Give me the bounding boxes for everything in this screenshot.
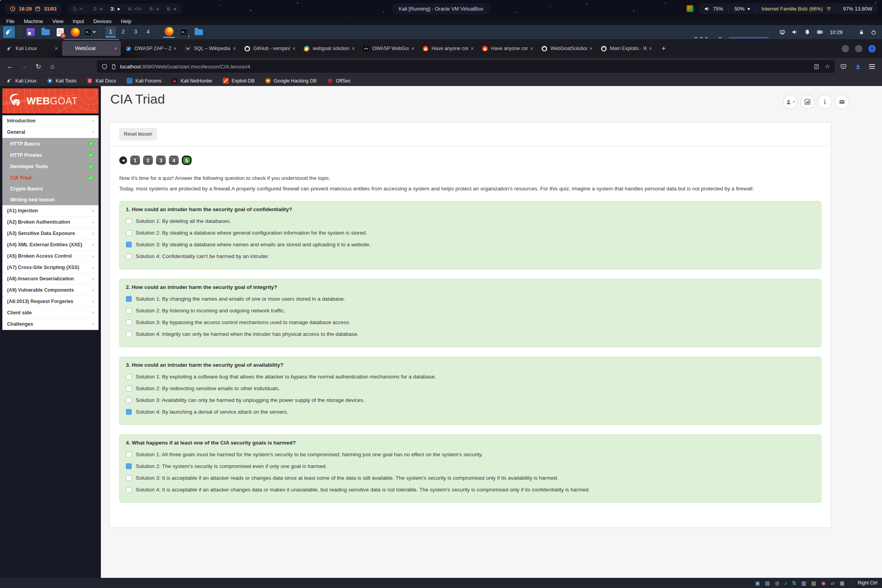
tab-close-icon[interactable]: × [114, 45, 117, 52]
vm-keyboard-icon[interactable]: ▦ [840, 581, 844, 586]
answer-checkbox[interactable] [126, 253, 132, 259]
bookmark-item-exploit-db[interactable]: Exploit-DB [222, 78, 255, 84]
sidebar-item-a3-sensitive-data-exposure[interactable]: (A3) Sensitive Data Exposure› [2, 228, 99, 239]
guest-workspace-4[interactable]: 4 [143, 27, 153, 38]
host-night-light[interactable]: 50% ● [735, 6, 750, 12]
browser-tab[interactable]: Kali Linux× [3, 41, 61, 56]
app-launcher-window[interactable] [25, 26, 36, 38]
answer-checkbox[interactable] [126, 308, 132, 314]
browser-tab[interactable]: Main Exploits · WebG× [597, 41, 656, 56]
browser-tab[interactable]: OWASP WebGoat: G× [359, 41, 418, 56]
tab-close-icon[interactable]: × [352, 45, 355, 52]
close-window-button[interactable]: × [868, 45, 876, 52]
browser-tab[interactable]: GitHub - vernjan/we× [240, 41, 299, 56]
sidebar-item-a8-2013-request-forgeries[interactable]: (A8:2013) Request Forgeries› [2, 296, 99, 307]
answer-checkbox[interactable] [126, 242, 132, 247]
host-workspace-1[interactable]: 1:>_ [73, 6, 85, 12]
tab-close-icon[interactable]: × [292, 45, 296, 52]
bookmark-item-kali-docs[interactable]: Kali Docs [86, 78, 116, 84]
file-manager-running-window[interactable] [193, 26, 204, 38]
answer-checkbox[interactable] [126, 487, 132, 493]
sidebar-item-a5-broken-access-control[interactable]: (A5) Broken Access Control› [2, 251, 99, 262]
tab-close-icon[interactable]: × [530, 45, 533, 52]
vm-usb-icon[interactable]: ▥ [801, 581, 806, 586]
site-info-page-icon[interactable] [111, 64, 117, 70]
lesson-page-button-4[interactable]: 4 [169, 156, 179, 165]
answer-checkbox[interactable] [126, 409, 132, 415]
browser-tab[interactable]: WebGoat× [62, 41, 121, 56]
kali-menu-button[interactable] [3, 26, 15, 38]
answer-checkbox[interactable] [126, 296, 132, 302]
tab-close-icon[interactable]: × [471, 45, 474, 52]
browser-tab[interactable]: WebGoatSolutions/S× [538, 41, 596, 56]
webgoat-logo[interactable]: WEBGOAT [2, 88, 99, 113]
answer-checkbox[interactable] [126, 319, 132, 325]
answer-checkbox[interactable] [126, 397, 132, 403]
host-wifi[interactable]: Internet Familie Bolz (66%) [762, 6, 832, 12]
ethernet-icon[interactable] [779, 29, 785, 35]
bookmark-item-kali-forums[interactable]: Kali Forums [126, 78, 161, 84]
contact-button[interactable] [835, 95, 849, 109]
sidebar-item-http-proxies[interactable]: HTTP Proxies✓ [2, 149, 99, 161]
host-workspace-switcher[interactable]: 1:>_2:●3:●4:</>5:●6:● [68, 4, 181, 14]
sidebar-item-a7-cross-site-scripting-xss[interactable]: (A7) Cross-Site Scripting (XSS)› [2, 262, 99, 273]
answer-checkbox[interactable] [126, 331, 132, 337]
host-volume[interactable]: 75% [704, 6, 723, 12]
lesson-page-button-1[interactable]: 1 [130, 156, 140, 165]
user-menu-button[interactable] [783, 95, 798, 109]
answer-checkbox[interactable] [126, 452, 132, 457]
lesson-page-button-5[interactable]: 5 [182, 156, 192, 165]
reset-lesson-button[interactable]: Reset lesson [119, 128, 157, 140]
sidebar-item-introduction[interactable]: Introduction› [2, 115, 99, 127]
browser-tab[interactable]: WSQL – Wikipedia× [181, 41, 240, 56]
sidebar-item-a2-broken-authentication[interactable]: (A2) Broken Authentication› [2, 217, 99, 228]
browser-tab[interactable]: Have anyone comple× [419, 41, 477, 56]
browser-tab[interactable]: OWASP ZAP – ZAP i× [122, 41, 180, 56]
vbox-menu-help[interactable]: Help [121, 18, 131, 24]
lesson-page-button-3[interactable]: 3 [156, 156, 166, 165]
url-text[interactable]: localhost:8080/WebGoat/start.mvc#lesson/… [120, 64, 810, 70]
lesson-page-button-2[interactable]: 2 [143, 156, 153, 165]
sidebar-item-a4-xml-external-entities-xxe[interactable]: (A4) XML External Entities (XXE)› [2, 239, 99, 251]
sidebar-item-a8-insecure-deserialization[interactable]: (A8) Insecure Deserialization› [2, 273, 99, 285]
sidebar-item-crypto-basics[interactable]: Crypto Basics [2, 183, 99, 194]
host-clock-widget[interactable]: 16:29 31/03 [5, 4, 62, 14]
vm-recording-icon[interactable]: ◉ [821, 581, 825, 586]
answer-checkbox[interactable] [126, 475, 132, 481]
tracking-protection-shield-icon[interactable] [102, 64, 108, 70]
address-bar[interactable]: localhost:8080/WebGoat/start.mvc#lesson/… [97, 60, 835, 73]
sidebar-item-a1-injection[interactable]: (A1) Injection› [2, 205, 99, 217]
bookmark-item-kali-nethunter[interactable]: Kali NetHunter [172, 78, 212, 84]
home-button[interactable]: ⌂ [45, 60, 59, 73]
sidebar-item-http-basics[interactable]: HTTP Basics✓ [2, 138, 99, 149]
host-workspace-3[interactable]: 3:● [111, 6, 120, 12]
file-manager-launcher[interactable] [39, 26, 51, 38]
sidebar-item-general[interactable]: General› [2, 127, 99, 138]
tab-close-icon[interactable]: × [174, 45, 177, 52]
maximize-button[interactable] [855, 45, 862, 52]
vbox-menu-machine[interactable]: Machine [24, 18, 43, 24]
sidebar-item-cia-triad[interactable]: CIA Triad✓ [2, 172, 99, 183]
vm-optical-icon[interactable]: ◎ [775, 581, 779, 586]
bookmark-item-kali-linux[interactable]: Kali Linux [6, 78, 36, 84]
guest-workspace-2[interactable]: 2 [118, 27, 128, 38]
answer-checkbox[interactable] [126, 374, 132, 380]
sidebar-item-client-side[interactable]: Client side› [2, 307, 99, 319]
pocket-icon[interactable] [840, 63, 847, 70]
tab-close-icon[interactable]: × [411, 45, 414, 52]
tab-close-icon[interactable]: × [55, 45, 58, 52]
battery-icon[interactable] [817, 29, 823, 35]
answer-checkbox[interactable] [126, 218, 132, 224]
about-button[interactable] [817, 95, 832, 109]
terminal-launcher[interactable]: >_ [84, 26, 96, 38]
guest-clock[interactable]: 10:29 [830, 29, 843, 35]
bookmark-item-google-hacking-db[interactable]: Google Hacking DB [265, 78, 317, 84]
text-editor-launcher[interactable] [54, 26, 66, 38]
forward-button[interactable]: → [17, 60, 31, 73]
answer-checkbox[interactable] [126, 230, 132, 236]
menu-hamburger-icon[interactable] [869, 64, 875, 69]
browser-tab[interactable]: Have anyone comple× [478, 41, 537, 56]
bookmark-item-kali-tools[interactable]: Kali Tools [47, 78, 76, 84]
scoreboard-button[interactable] [800, 95, 815, 109]
firefox-launcher[interactable] [69, 26, 81, 38]
